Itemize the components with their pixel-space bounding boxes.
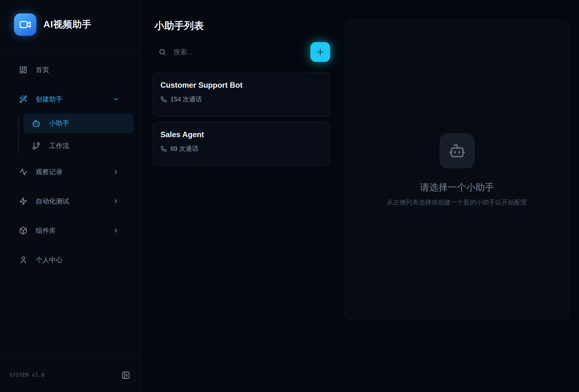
sidebar-item-label: 首页: [36, 65, 49, 74]
system-version: SYSTEM v1.0: [10, 372, 45, 378]
plus-icon: [315, 47, 325, 57]
app-window: AI视频助手 首页 创建助手: [0, 0, 579, 392]
main-content: 小助手列表: [142, 0, 579, 392]
sidebar-item-label: 观察记录: [36, 167, 63, 176]
sidebar-nav: 首页 创建助手: [0, 49, 142, 358]
app-logo: [14, 13, 36, 36]
chevron-right-icon: [112, 169, 120, 175]
phone-icon: [160, 96, 167, 103]
chevron-right-icon: [112, 198, 120, 204]
sidebar-item-profile[interactable]: 个人中心: [8, 251, 133, 269]
search-icon: [159, 48, 166, 56]
robot-icon: [449, 142, 466, 159]
assistant-card[interactable]: Customer Support Bot 154 次通话: [152, 72, 330, 117]
sidebar-item-create-assistant[interactable]: 创建助手: [8, 90, 133, 108]
sidebar-item-label: 工作流: [49, 141, 69, 150]
sidebar-item-automated-testing[interactable]: 自动化测试: [8, 192, 133, 210]
sidebar-collapse-button[interactable]: [122, 371, 130, 380]
assistant-detail-panel: 请选择一个小助手 从左侧列表选择或创建一个新的小助手以开始配置: [344, 20, 570, 320]
search-input[interactable]: [173, 48, 310, 56]
video-camera-icon: [19, 18, 31, 31]
magic-wand-icon: [19, 95, 27, 103]
sidebar-item-label: 创建助手: [36, 95, 63, 104]
sidebar-header: AI视频助手: [0, 0, 142, 49]
sidebar-footer: SYSTEM v1.0: [0, 358, 142, 392]
assistant-meta: 89 次通话: [160, 144, 322, 153]
page-title: 小助手列表: [154, 19, 330, 33]
sidebar-item-label: 组件库: [36, 226, 56, 235]
empty-state-title: 请选择一个小助手: [420, 181, 494, 194]
assistant-card[interactable]: Sales Agent 89 次通话: [152, 122, 330, 166]
sidebar-item-label: 个人中心: [36, 255, 63, 264]
assistant-list: Customer Support Bot 154 次通话 Sales Agent: [152, 72, 330, 166]
search-box: [152, 48, 310, 56]
chevron-right-icon: [112, 227, 120, 234]
sidebar: AI视频助手 首页 创建助手: [0, 0, 142, 392]
assistant-name: Customer Support Bot: [160, 81, 322, 90]
search-row: [152, 42, 330, 62]
robot-icon: [32, 119, 41, 128]
sidebar-item-assistants[interactable]: 小助手: [24, 113, 133, 133]
zap-icon: [19, 197, 27, 205]
sidebar-item-label: 小助手: [49, 119, 69, 128]
sidebar-item-workflow[interactable]: 工作流: [24, 137, 133, 155]
add-assistant-button[interactable]: [310, 42, 330, 62]
empty-state-subtitle: 从左侧列表选择或创建一个新的小助手以开始配置: [387, 198, 527, 207]
git-branch-icon: [32, 142, 41, 150]
sidebar-item-component-library[interactable]: 组件库: [8, 222, 133, 240]
dashboard-icon: [19, 66, 27, 74]
panel-collapse-icon: [122, 371, 130, 380]
chevron-down-icon: [112, 96, 120, 102]
user-icon: [19, 256, 27, 264]
box-icon: [19, 226, 27, 235]
empty-state: 请选择一个小助手 从左侧列表选择或创建一个新的小助手以开始配置: [387, 133, 527, 207]
sidebar-item-label: 自动化测试: [36, 197, 69, 206]
sidebar-item-observation-logs[interactable]: 观察记录: [8, 163, 133, 181]
assistant-name: Sales Agent: [160, 130, 322, 139]
activity-icon: [19, 168, 27, 176]
assistant-call-count: 154 次通话: [170, 95, 202, 104]
create-assistant-submenu: 小助手 工作流: [8, 113, 133, 155]
assistant-call-count: 89 次通话: [170, 144, 198, 153]
empty-state-icon-box: [440, 133, 475, 168]
sidebar-item-home[interactable]: 首页: [8, 61, 133, 79]
phone-icon: [160, 146, 167, 152]
app-title: AI视频助手: [43, 18, 92, 31]
assistant-meta: 154 次通话: [160, 95, 322, 104]
assistant-list-panel: 小助手列表: [142, 0, 344, 392]
